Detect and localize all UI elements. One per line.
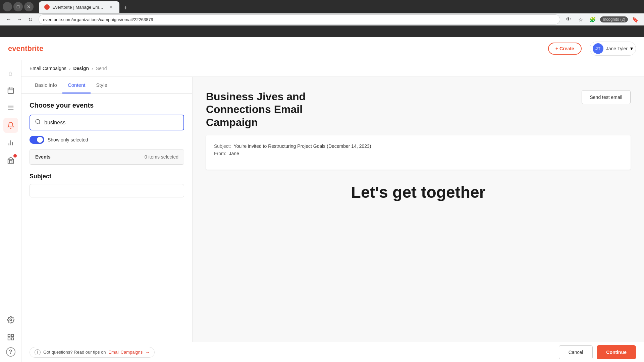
tab-basic-info[interactable]: Basic Info: [30, 77, 62, 94]
svg-rect-14: [8, 338, 10, 340]
content-area: Email Campaigns › Design › Send Basic In…: [21, 60, 644, 362]
window-controls: ─ □ ✕: [3, 2, 34, 11]
back-button[interactable]: ←: [4, 15, 13, 24]
reload-button[interactable]: ↻: [25, 15, 35, 24]
from-label: From:: [214, 151, 226, 156]
close-button[interactable]: ✕: [24, 2, 34, 11]
tabs-row: Basic Info Content Style: [21, 77, 192, 94]
panel-content: Choose your events Show only selecte: [21, 94, 192, 342]
bottom-bar: i Got questions? Read our tips on Email …: [21, 342, 644, 362]
tab-close-button[interactable]: ✕: [108, 4, 114, 10]
right-panel: Business Jives and Connections Email Cam…: [193, 77, 644, 342]
sidebar-item-calendar[interactable]: [3, 83, 18, 98]
svg-rect-12: [8, 335, 10, 337]
logo-text: eventbrite: [8, 44, 43, 53]
sidebar-icons: ⌂ ?: [0, 60, 21, 362]
subject-input[interactable]: [30, 184, 184, 197]
bookmark-icon[interactable]: ☆: [576, 15, 585, 24]
campaign-title: Business Jives and Connections Email Cam…: [206, 90, 340, 129]
sidebar-item-campaigns[interactable]: [3, 118, 18, 133]
user-name: Jane Tyler: [606, 46, 628, 51]
user-menu[interactable]: JT Jane Tyler ▾: [590, 42, 636, 56]
browser-chrome: ─ □ ✕ Eventbrite | Manage Email Car ✕ + …: [0, 0, 644, 37]
minimize-button[interactable]: ─: [3, 2, 12, 11]
logo: eventbrite: [8, 44, 43, 53]
preview-hero: Let's get together: [193, 170, 644, 215]
browser-actions: 👁 ☆ 🧩 Incognito (2) 🔖: [564, 15, 640, 24]
toggle-knob: [37, 137, 43, 143]
browser-titlebar: ─ □ ✕ Eventbrite | Manage Email Car ✕ +: [0, 0, 644, 13]
email-from-row: From: Jane: [214, 151, 623, 156]
address-bar-row: ← → ↻ 👁 ☆ 🧩 Incognito (2) 🔖: [0, 13, 644, 25]
tab-content[interactable]: Content: [62, 77, 91, 94]
create-button[interactable]: + Create: [548, 43, 582, 55]
tips-link[interactable]: i Got questions? Read our tips on Email …: [30, 347, 155, 358]
choose-events-title: Choose your events: [30, 102, 184, 109]
sidebar-item-apps[interactable]: [3, 330, 18, 345]
eye-icon[interactable]: 👁: [564, 15, 573, 24]
address-input[interactable]: [39, 15, 560, 24]
left-panel: Basic Info Content Style Choose your eve…: [21, 77, 193, 342]
subject-title: Subject: [30, 173, 184, 180]
sidebar-item-building[interactable]: [3, 153, 18, 168]
browser-nav-buttons: ← → ↻: [4, 15, 35, 24]
sidebar-item-list[interactable]: [3, 101, 18, 115]
tab-title: Eventbrite | Manage Email Car: [52, 5, 105, 10]
search-icon: [35, 119, 41, 126]
subject-value: You're invited to Restructuring Project …: [234, 143, 371, 149]
subject-label: Subject:: [214, 143, 231, 149]
tab-style[interactable]: Style: [91, 77, 112, 94]
arrow-icon: →: [145, 350, 150, 355]
sidebar-item-home[interactable]: ⌂: [3, 66, 18, 80]
new-tab-button[interactable]: +: [121, 3, 130, 13]
search-input[interactable]: [44, 120, 179, 126]
info-icon: i: [35, 349, 41, 355]
email-subject-row: Subject: You're invited to Restructuring…: [214, 143, 623, 149]
chevron-down-icon: ▾: [630, 45, 633, 52]
items-selected: 0 items selected: [145, 154, 178, 160]
tips-link-label: Email Campaigns: [108, 350, 143, 355]
extension-icon[interactable]: 🧩: [588, 15, 597, 24]
sidebar-item-analytics[interactable]: [3, 135, 18, 150]
subject-section: Subject: [30, 173, 184, 197]
tab-favicon: [44, 4, 50, 10]
svg-rect-13: [11, 335, 13, 337]
svg-rect-15: [11, 338, 13, 340]
maximize-button[interactable]: □: [13, 2, 23, 11]
sidebar-item-help[interactable]: ?: [6, 347, 15, 357]
bookmark-all-icon[interactable]: 🔖: [631, 15, 640, 24]
show-only-selected-toggle[interactable]: [30, 136, 44, 144]
svg-point-11: [10, 319, 12, 321]
events-table: Events 0 items selected: [30, 149, 184, 165]
svg-point-16: [36, 119, 40, 123]
from-value: Jane: [229, 151, 239, 156]
breadcrumb-send: Send: [96, 66, 107, 71]
email-meta: Subject: You're invited to Restructuring…: [214, 143, 623, 156]
events-label: Events: [35, 154, 51, 160]
active-tab[interactable]: Eventbrite | Manage Email Car ✕: [39, 1, 119, 13]
app-container: eventbrite + Create JT Jane Tyler ▾ ⌂: [0, 37, 644, 362]
bottom-actions: Cancel Continue: [559, 345, 636, 359]
forward-button[interactable]: →: [15, 15, 24, 24]
continue-button[interactable]: Continue: [597, 345, 636, 359]
tips-prefix: Got questions? Read our tips on: [43, 350, 106, 355]
events-table-header: Events 0 items selected: [30, 149, 184, 165]
breadcrumb-sep-2: ›: [92, 66, 93, 71]
top-nav: eventbrite + Create JT Jane Tyler ▾: [0, 37, 644, 60]
breadcrumb-design[interactable]: Design: [73, 66, 89, 71]
sidebar-item-settings[interactable]: [3, 312, 18, 327]
breadcrumb-email-campaigns[interactable]: Email Campaigns: [30, 66, 66, 71]
avatar: JT: [593, 43, 603, 54]
search-box: [30, 115, 184, 130]
svg-line-17: [39, 123, 40, 124]
toggle-row: Show only selected: [30, 136, 184, 144]
breadcrumb: Email Campaigns › Design › Send: [21, 60, 644, 77]
two-col: Basic Info Content Style Choose your eve…: [21, 77, 644, 342]
notification-badge: [13, 154, 17, 158]
cancel-button[interactable]: Cancel: [559, 345, 593, 359]
tab-bar: Eventbrite | Manage Email Car ✕ +: [36, 1, 133, 13]
send-test-email-button[interactable]: Send test email: [582, 90, 631, 104]
toggle-label: Show only selected: [48, 137, 88, 142]
incognito-badge[interactable]: Incognito (2): [600, 16, 628, 22]
main-area: ⌂ ?: [0, 60, 644, 362]
